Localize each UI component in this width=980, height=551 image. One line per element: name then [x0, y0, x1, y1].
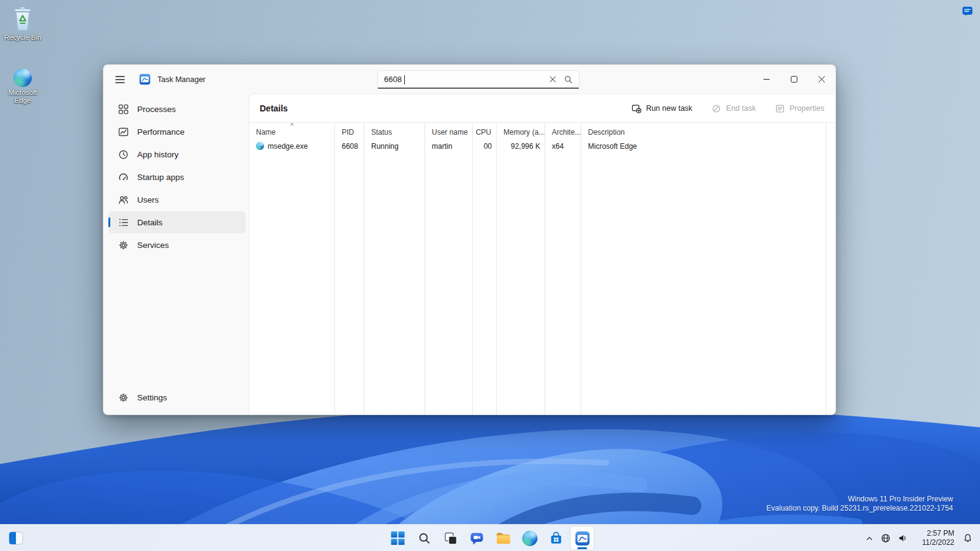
cell-status[interactable]: Running	[364, 139, 424, 153]
run-new-task-button[interactable]: Run new task	[630, 100, 694, 116]
details-table: ^ Name msedge.exe PID 6608 Status	[249, 123, 835, 414]
task-view-icon	[443, 531, 458, 545]
column-header-status[interactable]: Status	[364, 123, 424, 139]
sort-ascending-icon: ^	[290, 123, 293, 129]
sidebar-item-settings[interactable]: Settings	[108, 386, 246, 408]
search-icon	[418, 532, 431, 545]
sidebar-item-label: Details	[137, 218, 162, 227]
window-controls	[753, 65, 835, 94]
minimize-icon	[763, 76, 770, 83]
toolbar: Run new task End task	[630, 100, 826, 116]
performance-icon	[118, 127, 129, 137]
column-pid: PID 6608	[335, 123, 364, 414]
sidebar-item-startup-apps[interactable]: Startup apps	[108, 166, 246, 188]
speaker-icon	[898, 533, 908, 543]
cell-cpu[interactable]: 00	[473, 139, 496, 153]
sidebar-item-users[interactable]: Users	[108, 189, 246, 211]
task-view-button[interactable]	[439, 526, 463, 550]
eval-watermark: Windows 11 Pro Insider Preview Evaluatio…	[766, 495, 953, 513]
processes-icon	[118, 104, 129, 114]
search-button[interactable]	[560, 72, 576, 87]
clock[interactable]: 2:57 PM 11/2/2022	[911, 529, 958, 547]
sidebar-item-label: Processes	[137, 105, 176, 114]
column-header-description[interactable]: Description	[581, 123, 826, 139]
desktop-icon-label: Recycle Bin	[4, 34, 42, 42]
settings-gear-icon	[118, 392, 129, 403]
sidebar-item-details[interactable]: Details	[108, 211, 246, 233]
cell-description[interactable]: Microsoft Edge	[581, 139, 826, 153]
titlebar: Task Manager	[104, 65, 835, 94]
cell-name[interactable]: msedge.exe	[249, 139, 334, 153]
sidebar-item-label: Settings	[137, 393, 167, 402]
taskbar: 2:57 PM 11/2/2022	[0, 524, 980, 551]
microsoft-store-button[interactable]	[544, 526, 568, 550]
volume-button[interactable]	[894, 526, 911, 550]
task-manager-taskbar-button[interactable]	[570, 526, 595, 550]
app-identity: Task Manager	[139, 73, 206, 85]
sidebar-item-processes[interactable]: Processes	[108, 98, 246, 120]
minimize-button[interactable]	[753, 65, 780, 94]
column-name: ^ Name msedge.exe	[249, 123, 335, 414]
network-globe-icon	[881, 533, 891, 543]
startup-apps-icon	[118, 172, 129, 182]
feedback-hub-icon[interactable]	[962, 6, 973, 17]
column-description: Description Microsoft Edge	[581, 123, 826, 414]
task-manager-app-icon	[139, 73, 151, 85]
column-header-memory[interactable]: Memory (a...	[497, 123, 545, 139]
widgets-button[interactable]	[4, 526, 28, 550]
show-hidden-icons-button[interactable]	[861, 526, 877, 550]
taskbar-search-button[interactable]	[412, 526, 437, 550]
sidebar-item-label: Performance	[137, 127, 184, 137]
navigation-menu-button[interactable]	[108, 69, 132, 90]
desktop-icon-label: Microsoft Edge	[4, 89, 42, 105]
column-header-pid[interactable]: PID	[335, 123, 364, 139]
column-header-user-name[interactable]: User name	[425, 123, 472, 139]
end-task-button[interactable]: End task	[710, 101, 757, 116]
column-user-name: User name martin	[425, 123, 473, 414]
cell-user-name[interactable]: martin	[425, 139, 472, 153]
task-manager-app-icon	[575, 531, 590, 546]
details-page: Details Run new task	[249, 94, 835, 414]
sidebar-item-app-history[interactable]: App history	[108, 143, 246, 165]
app-history-icon	[118, 149, 129, 160]
users-icon	[118, 195, 129, 205]
sidebar: Processes Performance A	[104, 94, 249, 414]
notifications-button[interactable]	[958, 526, 978, 550]
services-icon	[118, 240, 129, 250]
toolbar-button-label: Run new task	[646, 104, 693, 113]
tray-date: 11/2/2022	[916, 538, 954, 547]
desktop: Recycle Bin Microsoft Edge Windows 11 Pr…	[0, 0, 980, 551]
close-icon	[818, 76, 825, 83]
watermark-line2: Evaluation copy. Build 25231.rs_prerelea…	[766, 504, 953, 513]
network-button[interactable]	[877, 526, 894, 550]
properties-button[interactable]: Properties	[774, 101, 826, 116]
widgets-icon	[9, 531, 23, 545]
properties-icon	[775, 104, 785, 113]
sidebar-item-services[interactable]: Services	[108, 234, 246, 256]
start-button[interactable]	[386, 526, 410, 550]
notification-bell-icon	[963, 533, 973, 543]
chat-button[interactable]	[465, 526, 489, 550]
end-task-icon	[712, 104, 721, 113]
cell-memory[interactable]: 92,996 K	[497, 139, 545, 153]
desktop-icon-microsoft-edge[interactable]: Microsoft Edge	[1, 69, 45, 105]
column-header-cpu[interactable]: CPU	[473, 123, 496, 139]
search-icon	[564, 75, 573, 84]
column-header-architecture[interactable]: Archite...	[545, 123, 581, 139]
sidebar-item-label: App history	[137, 150, 179, 159]
maximize-button[interactable]	[780, 65, 808, 94]
edge-button[interactable]	[518, 526, 542, 550]
desktop-icon-recycle-bin[interactable]: Recycle Bin	[1, 5, 45, 42]
windows-logo-icon	[391, 531, 405, 545]
sidebar-item-performance[interactable]: Performance	[108, 121, 246, 143]
cell-pid[interactable]: 6608	[335, 139, 364, 153]
file-explorer-button[interactable]	[491, 526, 516, 550]
column-header-name[interactable]: ^ Name	[249, 123, 334, 139]
close-button[interactable]	[808, 65, 835, 94]
close-icon	[549, 76, 556, 83]
search-input[interactable]	[378, 75, 545, 84]
clear-search-button[interactable]	[545, 72, 560, 87]
chevron-up-icon	[865, 534, 873, 542]
column-status: Status Running	[364, 123, 425, 414]
cell-architecture[interactable]: x64	[545, 139, 581, 153]
